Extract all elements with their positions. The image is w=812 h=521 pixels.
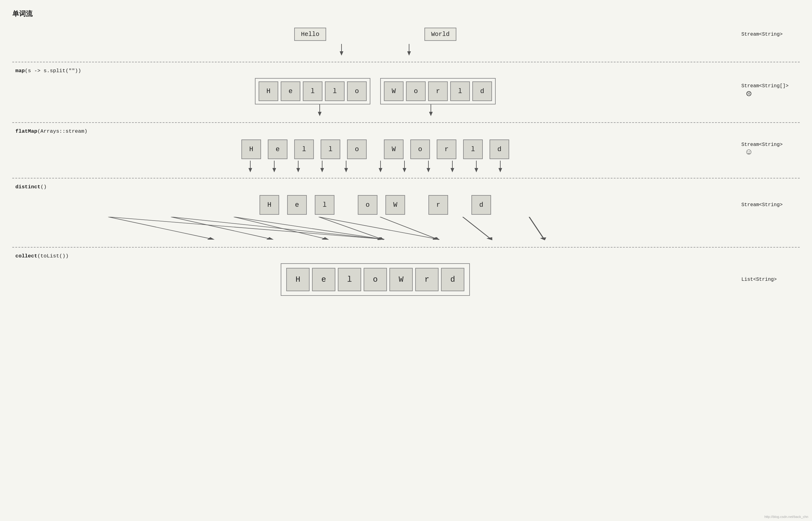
top-stream-label: Stream<String>	[738, 32, 800, 37]
svg-line-41	[319, 217, 437, 239]
top-words: Hello World	[270, 25, 481, 44]
svg-line-31	[109, 217, 212, 239]
world-group-box: W o r l d	[380, 78, 496, 105]
separator-3	[12, 178, 800, 179]
svg-marker-19	[379, 168, 382, 172]
fa4	[312, 161, 332, 172]
letter-H-2: H	[241, 139, 261, 159]
letter-d-4: d	[441, 268, 464, 291]
letter-l-1: l	[303, 82, 322, 101]
world-word-box: World	[424, 28, 456, 41]
svg-line-35	[380, 217, 437, 239]
frown-emoji: ☹	[746, 89, 800, 99]
letter-W-4: W	[389, 268, 413, 291]
letter-d-1: d	[472, 82, 492, 101]
svg-marker-3	[407, 51, 411, 55]
svg-marker-7	[429, 112, 433, 116]
collect-list-label: List<String>	[738, 277, 800, 282]
svg-line-36	[463, 217, 491, 239]
top-arrows	[332, 44, 418, 56]
separator-4	[12, 247, 800, 248]
letter-l-5: l	[321, 139, 340, 159]
flatmap-arrows-content	[12, 160, 738, 172]
flatmap-multi-arrows	[240, 160, 510, 172]
map-operation: map(s -> s.split(""))	[15, 68, 800, 74]
letter-o-1: o	[347, 82, 367, 101]
letter-d-3: d	[471, 195, 491, 215]
svg-marker-11	[272, 168, 276, 172]
map-section: map(s -> s.split("")) H e l l o W o r	[12, 68, 800, 117]
smile-emoji: ☺	[746, 148, 800, 157]
letter-l-7: l	[315, 195, 334, 215]
fa9	[443, 161, 462, 172]
flatmap-content: H e l l o W o r l d	[12, 139, 738, 160]
letter-o-2: o	[406, 82, 426, 101]
map-boxes-row: H e l l o W o r l d Stream<S	[12, 78, 800, 105]
map-arrows-content	[12, 105, 738, 117]
letter-e-1: e	[281, 82, 300, 101]
fa6	[371, 161, 390, 172]
top-arrows-content	[12, 44, 738, 56]
collect-args: (toList())	[37, 253, 69, 259]
map-arrows	[310, 105, 440, 117]
separator-2	[12, 122, 800, 123]
flatmap-operation: flatMap(Arrays::stream)	[15, 129, 800, 134]
page-title: 单词流	[12, 9, 800, 18]
distinct-arrows-svg	[12, 217, 677, 242]
collect-outer-box: H e l o W r d	[281, 263, 470, 296]
svg-marker-15	[320, 168, 324, 172]
svg-marker-13	[296, 168, 300, 172]
letter-o-6: o	[364, 268, 387, 291]
svg-marker-5	[318, 112, 322, 116]
distinct-args: ()	[41, 184, 47, 190]
collect-boxes-row: H e l o W r d List<String>	[12, 263, 800, 296]
distinct-operation: distinct()	[15, 184, 800, 190]
distinct-keyword: distinct	[15, 184, 41, 190]
fa11	[490, 161, 510, 172]
fa3	[288, 161, 308, 172]
letter-r-4: r	[415, 268, 439, 291]
svg-marker-17	[344, 168, 348, 172]
svg-marker-9	[249, 168, 252, 172]
letter-W-1: W	[384, 82, 403, 101]
fa5	[336, 161, 356, 172]
letter-l-6: l	[463, 139, 483, 159]
map-letter-groups: H e l l o W o r l d	[253, 78, 497, 105]
svg-marker-23	[426, 168, 430, 172]
distinct-arrows-content	[12, 217, 738, 242]
top-section: Hello World Stream<String>	[12, 25, 800, 56]
flatmap-section: flatMap(Arrays::stream) H e l l o W o r …	[12, 129, 800, 172]
flatmap-boxes-row: H e l l o W o r l d Stream<String> ☺	[12, 139, 800, 160]
top-words-container: Hello World	[12, 25, 738, 44]
separator-1	[12, 62, 800, 62]
letter-l-3: l	[450, 82, 470, 101]
letter-e-4: e	[312, 268, 335, 291]
letter-l-8: l	[338, 268, 361, 291]
map-arrows-row	[12, 105, 800, 117]
distinct-arrows-row	[12, 217, 800, 242]
flatmap-letter-groups: H e l l o W o r l d	[240, 139, 510, 160]
letter-r-2: r	[437, 139, 456, 159]
diagram: 单词流 Hello World Stream<String>	[12, 9, 800, 296]
letter-r-1: r	[428, 82, 448, 101]
letter-e-3: e	[287, 195, 307, 215]
letter-r-3: r	[428, 195, 448, 215]
fa1	[240, 161, 260, 172]
svg-marker-21	[403, 168, 406, 172]
letter-d-2: d	[490, 139, 509, 159]
map-keyword: map	[15, 68, 25, 74]
svg-marker-25	[450, 168, 454, 172]
letter-H-1: H	[259, 82, 278, 101]
hello-word-box: Hello	[294, 28, 326, 41]
top-arrows-row	[12, 44, 800, 56]
fa2	[264, 161, 284, 172]
flatmap-keyword: flatMap	[15, 129, 37, 134]
distinct-stream-label: Stream<String>	[738, 202, 800, 208]
letter-l-2: l	[325, 82, 345, 101]
letter-e-2: e	[268, 139, 287, 159]
flatmap-stream-label: Stream<String> ☺	[738, 142, 800, 157]
distinct-content: H e l o W r d	[12, 194, 738, 216]
letter-W-2: W	[384, 139, 403, 159]
letter-o-5: o	[358, 195, 377, 215]
flatmap-arrows-row	[12, 160, 800, 172]
